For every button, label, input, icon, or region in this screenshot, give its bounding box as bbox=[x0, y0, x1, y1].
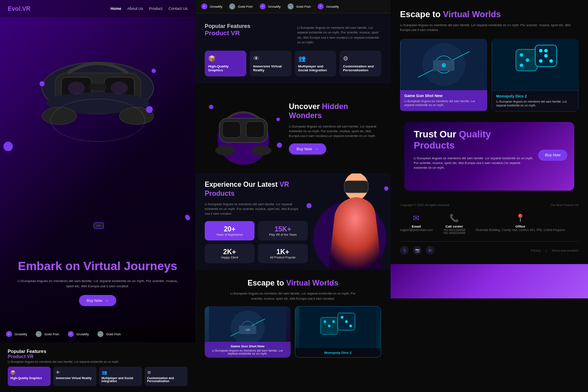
gunshot-img-right bbox=[400, 39, 487, 90]
nav-contact[interactable]: Contact Us bbox=[168, 6, 188, 11]
stat-playvr: 15K+ Play VR of the Years bbox=[258, 221, 308, 240]
stat-products-label: All Product Popular bbox=[262, 256, 303, 259]
stat-years-label: Years of Experience bbox=[209, 233, 250, 236]
features-section-mid: Popular Features Product VR Li European … bbox=[195, 13, 391, 83]
hero-title-accent: Virtual Journeys bbox=[83, 259, 177, 273]
features-desc-left: Li European lingues es membres del sam f… bbox=[8, 360, 188, 363]
escape-card-r-gunshot: Game Gun Shot New Li European lingues es… bbox=[400, 39, 487, 112]
monopoly-footer-desc: Li European lingues es membres del sam f… bbox=[496, 100, 574, 108]
gunshot-footer: Game Gun Shot New Li European lingues es… bbox=[400, 90, 487, 111]
mp-icon: 👥 bbox=[102, 370, 139, 375]
footer-privacy[interactable]: Privacy bbox=[531, 249, 541, 252]
phone-icon: 📞 bbox=[443, 213, 466, 223]
navigation-left: Evol.VR Home About Us Product Contact Us bbox=[0, 0, 195, 17]
gunshot-scene-right bbox=[401, 39, 487, 90]
mp-icon-mid: 👥 bbox=[298, 55, 333, 62]
svg-point-16 bbox=[215, 146, 235, 155]
logo-text: Evol. bbox=[8, 5, 22, 12]
svg-point-32 bbox=[328, 325, 330, 327]
office-icon: 📍 bbox=[476, 213, 565, 223]
stat-playvr-num: 15K+ bbox=[262, 225, 303, 233]
escape-cards-mid: VR Game Gun Shot New Li European lingues… bbox=[205, 306, 381, 358]
footer-terms[interactable]: Terms and condition bbox=[552, 249, 579, 252]
feature-card-mp-mid: 👥 Multiplayer and Social Integration bbox=[295, 51, 336, 76]
monopoly-img-right bbox=[491, 39, 579, 90]
ticker-label: Growtify bbox=[210, 5, 222, 9]
nav-product[interactable]: Product bbox=[149, 6, 162, 11]
office-val: Riverside Building, County Hall, London … bbox=[476, 228, 565, 231]
escape-desc-right: Li European lingues es membres del sam f… bbox=[400, 23, 579, 33]
ticker-item: ✓ Growtify bbox=[201, 3, 222, 9]
uncover-cta-button[interactable]: Buy Now bbox=[289, 143, 326, 155]
svg-point-49 bbox=[539, 49, 543, 52]
vr-label: Immersive Virtual Reality bbox=[56, 377, 94, 380]
gunshot-desc: Li European lingues es membres del sam f… bbox=[208, 349, 287, 355]
escape-section-mid: Escape to Virtual Worlds Li European lin… bbox=[195, 270, 391, 366]
svg-point-12 bbox=[146, 106, 153, 113]
stats-grid: 20+ Years of Experience 15K+ Play VR of … bbox=[205, 221, 308, 263]
stat-years: 20+ Years of Experience bbox=[205, 221, 255, 240]
vr-icon: 👁 bbox=[56, 370, 94, 375]
monopoly-footer-title: Monopoly Dice 2 bbox=[496, 94, 574, 98]
experience-title: Experience Our Latest VR Products bbox=[205, 180, 299, 198]
svg-point-21 bbox=[384, 186, 388, 191]
vr-badge: </> bbox=[94, 222, 104, 229]
ticker-bar-left: ✓ Growtify 🐟 Gold Fish ✓ Growtify 🐟 Gold… bbox=[0, 328, 195, 340]
ticker-item: 🐟 Gold Fish bbox=[97, 331, 121, 337]
svg-point-31 bbox=[324, 320, 326, 323]
monopoly-scene bbox=[299, 307, 376, 349]
svg-point-48 bbox=[520, 64, 523, 67]
nav-home[interactable]: Home bbox=[110, 6, 121, 11]
uncover-title: Uncover HiddenWonders bbox=[289, 102, 381, 121]
svg-point-20 bbox=[306, 203, 312, 208]
monopoly-scene-right bbox=[492, 39, 578, 90]
experience-person bbox=[305, 173, 391, 270]
experience-desc: Li European lingues es membres del sam f… bbox=[205, 202, 299, 216]
ticker-label: Growtify bbox=[326, 5, 339, 9]
svg-point-36 bbox=[349, 325, 352, 327]
game-img-monopoly bbox=[295, 307, 381, 349]
feature-cards-small: 📦 High-Quality Graphics 👁 Immersive Virt… bbox=[8, 367, 188, 386]
ticker-item: 🐟 Gold Fish bbox=[36, 331, 59, 337]
ticker-label: Gold Fish bbox=[296, 5, 311, 9]
svg-rect-14 bbox=[222, 122, 240, 138]
svg-point-17 bbox=[252, 146, 272, 155]
ticker-label: Gold Fish bbox=[238, 5, 252, 9]
phone-label: Call center bbox=[443, 225, 466, 228]
hq-title-mid: High-Quality Graphics bbox=[208, 64, 243, 72]
email-val: support@yourmaila.com bbox=[400, 228, 433, 231]
custom-icon: ⚙ bbox=[147, 370, 185, 375]
social-instagram[interactable]: 📷 bbox=[413, 246, 421, 255]
logo: Evol.VR bbox=[8, 5, 30, 12]
feature-card-hq-mid: 📦 High-Quality Graphics bbox=[205, 51, 246, 76]
svg-text:VR: VR bbox=[245, 328, 250, 332]
social-twitter[interactable]: 𝕏 bbox=[400, 246, 409, 255]
ticker-icon: 🐟 bbox=[36, 331, 42, 337]
ticker-label: Growtify bbox=[15, 332, 27, 336]
vr-orbit-circle bbox=[51, 99, 145, 142]
svg-point-8 bbox=[68, 82, 85, 94]
stat-playvr-label: Play VR of the Years bbox=[262, 233, 303, 236]
hero-cta-button[interactable]: Buy Now bbox=[79, 295, 116, 306]
features-subtitle-left: Product VR bbox=[8, 354, 188, 359]
ticker-item: ✓ Growtify bbox=[68, 331, 89, 337]
custom-title-mid: Customization and Personalization bbox=[343, 64, 378, 72]
social-linkedin[interactable]: in bbox=[426, 246, 434, 255]
hq-icon-mid: 📦 bbox=[208, 55, 243, 62]
footer-office: 📍 Office Riverside Building, County Hall… bbox=[476, 213, 565, 234]
feature-card-custom-mid: ⚙ Customization and Personalization bbox=[339, 51, 381, 76]
custom-label: Customization and Personalization bbox=[147, 377, 185, 383]
gunshot-footer-desc: Li European lingues es membres del sam f… bbox=[404, 99, 483, 108]
dot-decoration bbox=[276, 118, 280, 121]
footer-links: Privacy | Terms and condition bbox=[531, 249, 579, 252]
panel-left: Evol.VR Home About Us Product Contact Us bbox=[0, 0, 195, 392]
stat-clients-label: Happy Client bbox=[209, 256, 250, 259]
dot-decoration bbox=[277, 143, 282, 148]
stat-clients: 2K+ Happy Client bbox=[205, 244, 255, 263]
footer-divider bbox=[400, 241, 579, 242]
trust-section: Trust Our QualityProducts Li European li… bbox=[404, 122, 574, 191]
escape-cards-right: Game Gun Shot New Li European lingues es… bbox=[400, 39, 579, 112]
experience-section: Experience Our Latest VR Products Li Eur… bbox=[195, 173, 391, 270]
nav-about[interactable]: About Us bbox=[127, 6, 143, 11]
feature-grid-mid: 📦 High-Quality Graphics 👁 Immersive Virt… bbox=[205, 51, 381, 76]
